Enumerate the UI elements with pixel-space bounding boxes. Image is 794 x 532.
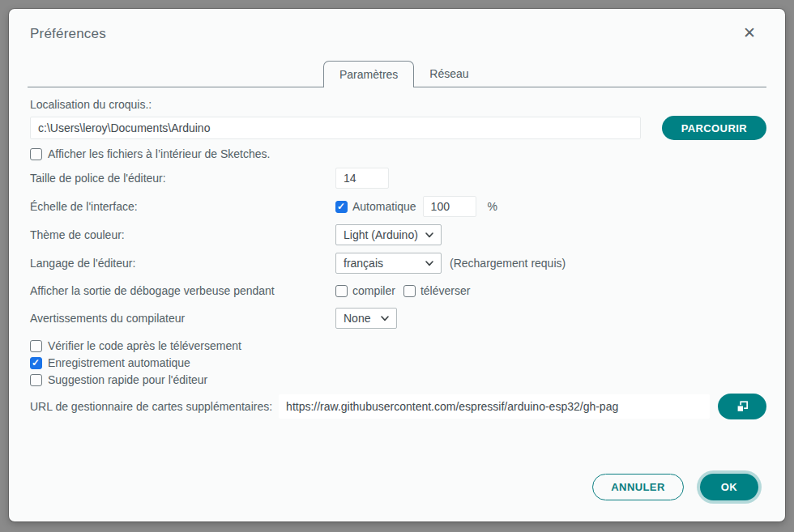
dialog-header: Préférences ✕ [9, 9, 785, 61]
auto-save-row: Enregistrement automatique [30, 356, 766, 369]
font-size-input[interactable] [335, 168, 389, 189]
close-button[interactable]: ✕ [738, 22, 761, 45]
sketchbook-location-label: Localisation du croquis.: [30, 98, 766, 111]
theme-row: Thème de couleur: Light (Arduino) [30, 224, 766, 245]
language-reload-note: (Rechargement requis) [450, 257, 566, 270]
quick-suggestion-label: Suggestion rapide pour l'éditeur [48, 373, 207, 386]
interface-scale-auto-label: Automatique [352, 200, 416, 213]
show-files-checkbox[interactable] [30, 148, 42, 160]
language-select[interactable]: français [335, 253, 442, 274]
interface-scale-auto-checkbox[interactable] [335, 201, 348, 213]
verify-after-upload-checkbox[interactable] [30, 340, 42, 352]
verbose-output-label: Afficher la sortie de débogage verbeuse … [30, 284, 335, 297]
auto-save-label: Enregistrement automatique [48, 356, 190, 369]
open-board-urls-dialog-button[interactable] [718, 394, 766, 419]
language-row: Langage de l'éditeur: français (Recharge… [30, 253, 766, 274]
language-label: Langage de l'éditeur: [30, 257, 335, 270]
sketchbook-location-input[interactable] [30, 117, 641, 139]
quick-suggestion-checkbox[interactable] [30, 374, 42, 386]
compiler-warnings-label: Avertissements du compilateur [30, 312, 335, 325]
language-select-value: français [344, 257, 383, 270]
tab-parametres[interactable]: Paramètres [323, 61, 414, 87]
dialog-title: Préférences [30, 26, 766, 42]
interface-scale-unit: % [488, 200, 497, 213]
verify-after-upload-row: Vérifier le code après le téléversement [30, 339, 766, 352]
compiler-warnings-value: None [344, 312, 370, 325]
verbose-upload-label: téléverser [420, 284, 470, 297]
verbose-upload-checkbox[interactable] [403, 285, 416, 297]
chevron-down-icon [425, 232, 433, 238]
settings-panel: Localisation du croquis.: PARCOURIR Affi… [9, 87, 785, 460]
cancel-button[interactable]: ANNULER [592, 474, 683, 500]
compiler-warnings-select[interactable]: None [335, 308, 397, 329]
ok-button[interactable]: OK [700, 474, 758, 500]
theme-label: Thème de couleur: [30, 228, 335, 241]
verbose-output-row: Afficher la sortie de débogage verbeuse … [30, 284, 766, 297]
board-manager-urls-input[interactable] [279, 394, 710, 419]
interface-scale-input[interactable] [423, 196, 476, 217]
sketchbook-location-row: PARCOURIR [30, 116, 766, 140]
tab-parametres-label: Paramètres [339, 68, 398, 81]
verbose-compile-label: compiler [352, 284, 395, 297]
windows-overlap-icon [736, 401, 749, 413]
board-manager-urls-label: URL de gestionnaire de cartes supplément… [30, 400, 272, 413]
dialog-footer: ANNULER OK [9, 460, 785, 521]
chevron-down-icon [425, 261, 433, 266]
chevron-down-icon [381, 316, 389, 321]
show-files-label: Afficher les fichiers à l’intérieur de S… [48, 147, 270, 160]
close-icon: ✕ [743, 24, 756, 41]
verify-after-upload-label: Vérifier le code après le téléversement [48, 339, 241, 352]
font-size-label: Taille de police de l'éditeur: [30, 172, 335, 185]
show-files-row: Afficher les fichiers à l’intérieur de S… [30, 147, 766, 160]
preferences-dialog: Préférences ✕ Paramètres Réseau Localisa… [9, 9, 785, 521]
verbose-compile-checkbox[interactable] [335, 285, 348, 297]
theme-select-value: Light (Arduino) [344, 228, 418, 241]
window-frame: Préférences ✕ Paramètres Réseau Localisa… [0, 0, 794, 532]
auto-save-checkbox[interactable] [30, 357, 42, 369]
compiler-warnings-row: Avertissements du compilateur None [30, 308, 766, 329]
theme-select[interactable]: Light (Arduino) [335, 224, 442, 245]
quick-suggestion-row: Suggestion rapide pour l'éditeur [30, 373, 766, 386]
browse-button[interactable]: PARCOURIR [662, 116, 766, 140]
tab-reseau-label: Réseau [429, 67, 468, 80]
interface-scale-row: Échelle de l'interface: Automatique % [30, 196, 766, 217]
font-size-row: Taille de police de l'éditeur: [30, 168, 766, 189]
interface-scale-label: Échelle de l'interface: [30, 200, 335, 213]
option-checkbox-list: Vérifier le code après le téléversement … [30, 339, 766, 386]
tab-bar: Paramètres Réseau [28, 61, 766, 87]
board-manager-urls-row: URL de gestionnaire de cartes supplément… [30, 394, 766, 419]
tab-reseau[interactable]: Réseau [414, 61, 484, 87]
